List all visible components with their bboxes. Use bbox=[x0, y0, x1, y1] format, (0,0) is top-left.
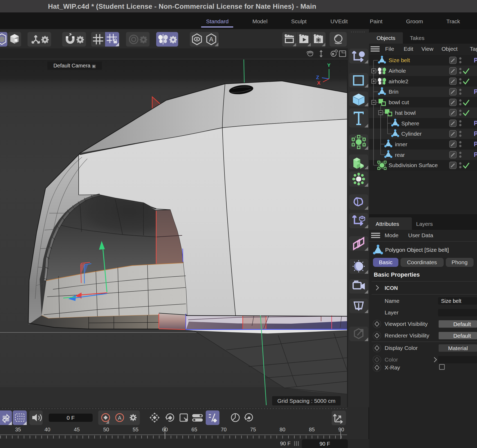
svg-text:90 F: 90 F bbox=[320, 441, 330, 447]
svg-text:Takes: Takes bbox=[410, 35, 425, 41]
svg-text:P: P bbox=[474, 120, 477, 127]
svg-text:40: 40 bbox=[44, 427, 50, 432]
svg-text:Default: Default bbox=[453, 333, 471, 339]
svg-text:Tag: Tag bbox=[470, 46, 477, 52]
svg-text:bowl cut: bowl cut bbox=[389, 99, 409, 105]
svg-text:90: 90 bbox=[338, 427, 344, 432]
svg-text:Edit: Edit bbox=[404, 46, 413, 52]
svg-text:Renderer Visibility: Renderer Visibility bbox=[385, 332, 429, 339]
svg-text:View: View bbox=[421, 46, 434, 52]
svg-text:Basic Properties: Basic Properties bbox=[374, 271, 420, 278]
svg-text:35: 35 bbox=[15, 427, 21, 432]
svg-text:Brin: Brin bbox=[389, 89, 398, 95]
svg-text:User Data: User Data bbox=[408, 232, 433, 238]
svg-text:Layer: Layer bbox=[385, 309, 399, 316]
svg-text:Phong: Phong bbox=[452, 259, 468, 265]
svg-text:Viewport Visibility: Viewport Visibility bbox=[385, 321, 428, 327]
svg-text:hat bowl: hat bowl bbox=[395, 110, 416, 116]
svg-text:Coordinates: Coordinates bbox=[407, 259, 437, 265]
svg-text:Polygon Object [Size belt]: Polygon Object [Size belt] bbox=[385, 247, 449, 253]
svg-text:A: A bbox=[209, 36, 213, 43]
svg-text:inner: inner bbox=[395, 141, 407, 147]
svg-text:65: 65 bbox=[191, 427, 197, 432]
svg-text:Airhole: Airhole bbox=[389, 68, 406, 74]
svg-text:ICON: ICON bbox=[385, 285, 398, 291]
svg-text:Default: Default bbox=[453, 321, 471, 327]
svg-text:P: P bbox=[474, 57, 477, 64]
svg-text:airhole2: airhole2 bbox=[389, 78, 408, 84]
svg-text:Objects: Objects bbox=[376, 35, 395, 41]
svg-text:Basic: Basic bbox=[379, 259, 392, 265]
svg-text:0 F: 0 F bbox=[67, 415, 75, 421]
svg-text:X-Ray: X-Ray bbox=[385, 364, 400, 371]
svg-text:Layers: Layers bbox=[416, 221, 433, 227]
svg-text:Size belt: Size belt bbox=[441, 298, 461, 304]
svg-text:80: 80 bbox=[280, 427, 285, 432]
svg-text:50: 50 bbox=[103, 427, 109, 432]
svg-text:P: P bbox=[474, 141, 477, 148]
svg-text:Sphere: Sphere bbox=[401, 120, 419, 126]
svg-text:Display Color: Display Color bbox=[385, 345, 418, 351]
svg-text:A: A bbox=[118, 415, 122, 421]
svg-text:70: 70 bbox=[221, 427, 227, 432]
svg-text:Material: Material bbox=[448, 345, 468, 351]
svg-text:Subdivision Surface: Subdivision Surface bbox=[389, 162, 438, 168]
svg-text:Y: Y bbox=[327, 62, 331, 68]
svg-text:55: 55 bbox=[133, 427, 138, 432]
svg-text:45: 45 bbox=[74, 427, 80, 432]
svg-text:Z: Z bbox=[316, 75, 319, 80]
svg-text:85: 85 bbox=[309, 427, 315, 432]
svg-text:File: File bbox=[385, 46, 394, 52]
svg-text:Mode: Mode bbox=[385, 232, 399, 238]
svg-text:Name: Name bbox=[385, 298, 399, 304]
svg-text:Object: Object bbox=[442, 46, 458, 52]
svg-text:rear: rear bbox=[395, 152, 405, 158]
svg-text:P: P bbox=[474, 88, 477, 95]
svg-text:Size belt: Size belt bbox=[389, 57, 410, 63]
svg-text:Color: Color bbox=[385, 356, 398, 363]
svg-text:P: P bbox=[474, 130, 477, 137]
svg-text:75: 75 bbox=[250, 427, 256, 432]
svg-text:P: P bbox=[474, 151, 477, 158]
svg-text:X: X bbox=[317, 80, 321, 86]
svg-text:Attributes: Attributes bbox=[376, 221, 399, 227]
svg-text:90 F: 90 F bbox=[280, 441, 291, 446]
svg-text:Cylinder: Cylinder bbox=[401, 131, 422, 137]
